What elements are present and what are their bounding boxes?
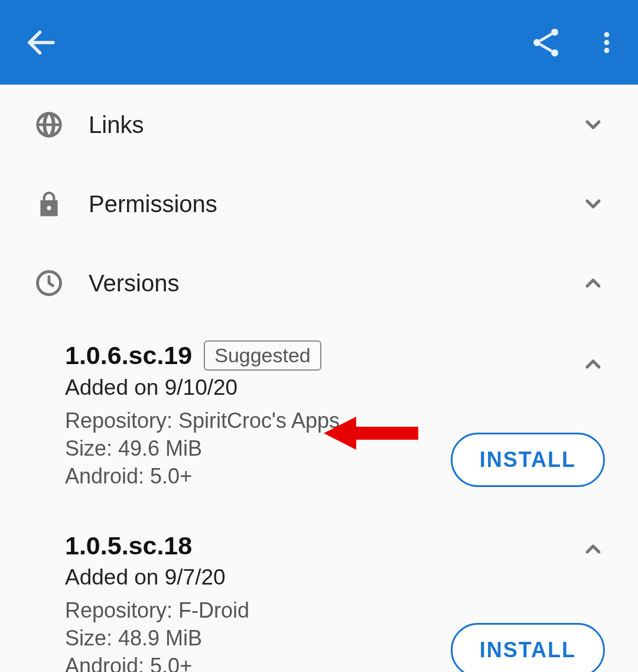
globe-icon <box>33 109 65 141</box>
section-permissions[interactable]: Permissions <box>0 164 638 244</box>
repository-line: Repository: F-Droid <box>65 597 605 625</box>
version-header[interactable]: 1.0.6.sc.19 Suggested <box>65 323 605 371</box>
version-name: 1.0.5.sc.18 <box>65 531 192 560</box>
lock-icon <box>33 188 65 220</box>
more-vert-icon <box>593 25 620 60</box>
chevron-down-icon <box>581 113 605 137</box>
chevron-up-icon <box>581 271 605 295</box>
share-icon <box>528 25 564 60</box>
version-collapse-button[interactable] <box>581 537 605 563</box>
version-header[interactable]: 1.0.5.sc.18 <box>65 514 605 560</box>
svg-point-6 <box>604 32 610 37</box>
chevron-up-icon <box>581 537 605 561</box>
version-collapse-button[interactable] <box>581 352 605 378</box>
section-label: Links <box>89 112 581 138</box>
share-button[interactable] <box>528 25 564 60</box>
clock-icon <box>33 267 65 299</box>
version-item: 1.0.5.sc.18 Added on 9/7/20 Repository: … <box>0 508 638 672</box>
install-button[interactable]: INSTALL <box>451 623 605 672</box>
section-versions[interactable]: Versions <box>0 244 638 323</box>
svg-point-8 <box>604 48 610 53</box>
arrow-left-icon <box>24 25 59 60</box>
svg-line-5 <box>540 44 552 51</box>
svg-point-2 <box>533 39 541 46</box>
version-item: 1.0.6.sc.19 Suggested Added on 9/10/20 R… <box>0 323 638 508</box>
version-added: Added on 9/7/20 <box>65 565 605 590</box>
suggested-badge: Suggested <box>204 340 321 371</box>
version-added: Added on 9/10/20 <box>65 375 605 400</box>
back-button[interactable] <box>24 25 59 60</box>
app-bar <box>0 0 638 85</box>
svg-point-3 <box>551 49 558 56</box>
overflow-menu-button[interactable] <box>593 25 620 60</box>
svg-point-1 <box>551 28 558 35</box>
version-name: 1.0.6.sc.19 <box>65 341 192 370</box>
chevron-up-icon <box>581 352 605 376</box>
section-label: Versions <box>89 270 581 297</box>
section-links[interactable]: Links <box>0 85 638 164</box>
svg-line-4 <box>540 34 552 41</box>
repository-line: Repository: SpiritCroc's Apps <box>65 407 605 435</box>
install-button[interactable]: INSTALL <box>451 433 605 487</box>
chevron-down-icon <box>581 192 605 216</box>
svg-point-7 <box>604 40 610 45</box>
section-label: Permissions <box>89 191 581 217</box>
